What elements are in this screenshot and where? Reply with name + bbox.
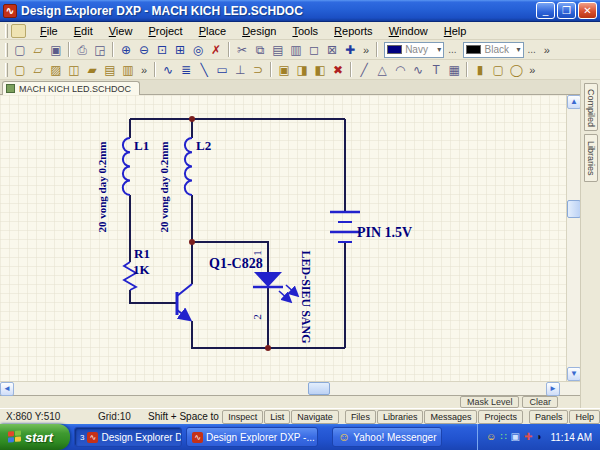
tab-libraries[interactable]: Libraries: [584, 134, 598, 182]
minimize-button[interactable]: _: [536, 2, 555, 19]
l1-note[interactable]: 20 vong day 0.2mm: [96, 141, 108, 232]
menu-help[interactable]: Help: [436, 23, 475, 39]
scroll-right-button[interactable]: ►: [546, 382, 560, 396]
toolbar-overflow-chevron[interactable]: »: [359, 44, 373, 56]
text-color-dropdown[interactable]: Black ▾: [463, 42, 523, 58]
compile-icon[interactable]: ▰: [83, 62, 101, 78]
no-erc-tool-icon[interactable]: ✖: [329, 62, 347, 78]
wire-color-dropdown[interactable]: Navy ▾: [384, 42, 444, 58]
cut-icon[interactable]: ✂: [233, 42, 251, 58]
select-area-icon[interactable]: ◻: [305, 42, 323, 58]
task-design-explorer-1[interactable]: 3 ∿ Design Explorer DXP -...: [74, 427, 182, 447]
cross-probe-icon[interactable]: ✗: [207, 42, 225, 58]
ground-tool-icon[interactable]: ⊥: [231, 62, 249, 78]
r1-designator[interactable]: R1: [134, 246, 150, 261]
battery-label[interactable]: PIN 1.5V: [357, 225, 412, 240]
move-icon[interactable]: ✚: [341, 42, 359, 58]
chevron-down-icon[interactable]: ▾: [516, 45, 520, 54]
ellipse-tool-icon[interactable]: ◯: [507, 62, 525, 78]
q1-designator[interactable]: Q1-C828: [209, 256, 263, 271]
zoom-in-icon[interactable]: ⊕: [117, 42, 135, 58]
save-project-icon[interactable]: ◫: [65, 62, 83, 78]
libraries-button[interactable]: Libraries: [377, 410, 424, 424]
panels-button[interactable]: Panels: [529, 410, 569, 424]
menu-file[interactable]: File: [32, 23, 66, 39]
vertical-scrollbar[interactable]: ▲ ▼: [566, 95, 580, 381]
remove-from-project-icon[interactable]: ▥: [119, 62, 137, 78]
red-cross-icon[interactable]: ✚: [524, 431, 532, 443]
net-label-tool-icon[interactable]: ▭: [213, 62, 231, 78]
menu-reports[interactable]: Reports: [326, 23, 381, 39]
zoom-out-icon[interactable]: ⊖: [135, 42, 153, 58]
new-icon[interactable]: ▢: [11, 42, 29, 58]
l2-note[interactable]: 20 vong day 0.2mm: [158, 141, 170, 232]
clock[interactable]: 11:14 AM: [550, 432, 592, 443]
tab-mach-kich-led[interactable]: MACH KICH LED.SCHDOC: [2, 81, 140, 95]
menu-view[interactable]: View: [101, 23, 141, 39]
navy-more-button[interactable]: ...: [444, 44, 460, 55]
deselect-icon[interactable]: ⊠: [323, 42, 341, 58]
round-rect-tool-icon[interactable]: ▢: [489, 62, 507, 78]
menu-tools[interactable]: Tools: [284, 23, 326, 39]
menu-place[interactable]: Place: [191, 23, 235, 39]
projects-button[interactable]: Projects: [478, 410, 523, 424]
toolbar-grip[interactable]: [5, 24, 8, 38]
chevron-down-icon[interactable]: ▾: [437, 45, 441, 54]
bus-tool-icon[interactable]: ≣: [177, 62, 195, 78]
wire-tool-icon[interactable]: ∿: [159, 62, 177, 78]
toolbar-grip[interactable]: [5, 63, 8, 77]
list-button[interactable]: List: [264, 410, 290, 424]
clear-button[interactable]: Clear: [522, 396, 558, 408]
bezier-tool-icon[interactable]: ∿: [409, 62, 427, 78]
vertical-scroll-thumb[interactable]: [567, 200, 580, 218]
sheet-symbol-tool-icon[interactable]: ▣: [275, 62, 293, 78]
task-yahoo-messenger[interactable]: ☺ Yahoo! Messenger: [332, 427, 442, 447]
messages-button[interactable]: Messages: [424, 410, 477, 424]
open-project-icon[interactable]: ▨: [47, 62, 65, 78]
polygon-tool-icon[interactable]: △: [373, 62, 391, 78]
port-tool-icon[interactable]: ◧: [311, 62, 329, 78]
toolbar-grip[interactable]: [5, 43, 8, 57]
l2-designator[interactable]: L2: [196, 138, 211, 153]
help-button[interactable]: Help: [569, 410, 600, 424]
r1-value[interactable]: 1K: [133, 262, 151, 277]
start-button[interactable]: start: [0, 424, 70, 450]
line-tool-icon[interactable]: ╱: [355, 62, 373, 78]
navigate-button[interactable]: Navigate: [291, 410, 339, 424]
zoom-selection-icon[interactable]: ◎: [189, 42, 207, 58]
files-button[interactable]: Files: [345, 410, 376, 424]
paste-icon[interactable]: ▤: [269, 42, 287, 58]
tab-compiled[interactable]: Compiled: [584, 83, 598, 131]
paste-array-icon[interactable]: ▥: [287, 42, 305, 58]
open-document-icon[interactable]: ▱: [29, 62, 47, 78]
black-more-button[interactable]: ...: [524, 44, 540, 55]
mask-level-button[interactable]: Mask Level: [460, 396, 520, 408]
l1-designator[interactable]: L1: [134, 138, 149, 153]
inspect-button[interactable]: Inspect: [222, 410, 263, 424]
scroll-down-button[interactable]: ▼: [567, 367, 580, 381]
graphic-tool-icon[interactable]: ▦: [445, 62, 463, 78]
toolbar-overflow-chevron[interactable]: »: [137, 64, 151, 76]
rect-tool-icon[interactable]: ▮: [471, 62, 489, 78]
network-icon[interactable]: ▣: [511, 431, 520, 443]
scroll-left-button[interactable]: ◄: [0, 382, 14, 396]
bus-entry-tool-icon[interactable]: ╲: [195, 62, 213, 78]
led-label[interactable]: LED-SIEU SANG: [299, 250, 313, 343]
ime-icon[interactable]: ◗: [536, 431, 542, 443]
menu-edit[interactable]: Edit: [66, 23, 101, 39]
print-preview-icon[interactable]: ◲: [91, 42, 109, 58]
menu-project[interactable]: Project: [140, 23, 190, 39]
zoom-area-icon[interactable]: ⊡: [153, 42, 171, 58]
horizontal-scroll-thumb[interactable]: [308, 382, 330, 395]
text-tool-icon[interactable]: T: [427, 62, 445, 78]
part-tool-icon[interactable]: ⊃: [249, 62, 267, 78]
close-button[interactable]: ✕: [578, 2, 597, 19]
print-icon[interactable]: ⎙: [73, 42, 91, 58]
new-document-icon[interactable]: ▢: [11, 62, 29, 78]
arc-tool-icon[interactable]: ◠: [391, 62, 409, 78]
maximize-button[interactable]: ❐: [557, 2, 576, 19]
open-icon[interactable]: ▱: [29, 42, 47, 58]
menu-design[interactable]: Design: [234, 23, 284, 39]
toolbar-overflow-chevron[interactable]: »: [525, 64, 539, 76]
toolbar-overflow-chevron[interactable]: »: [540, 44, 554, 56]
